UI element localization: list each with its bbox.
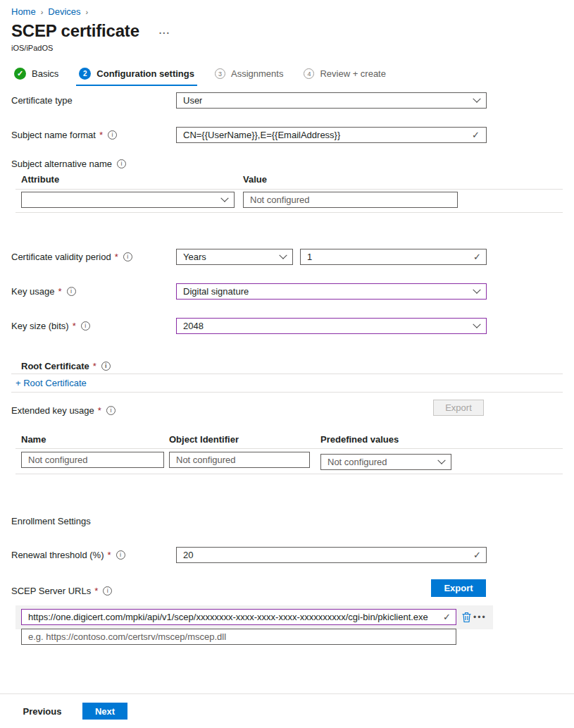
info-icon[interactable]: i <box>67 287 76 296</box>
required-asterisk: * <box>58 286 61 297</box>
scep-server-urls-label: SCEP Server URLs * i <box>11 586 112 596</box>
valid-check-icon: ✓ <box>443 612 451 622</box>
renewal-threshold-label: Renewal threshold (%) * i <box>11 550 125 560</box>
more-options-button[interactable]: ··· <box>159 27 170 38</box>
key-usage-label: Key usage * i <box>11 286 76 297</box>
platform-subtitle: iOS/iPadOS <box>11 44 53 52</box>
key-size-value: 2048 <box>183 321 204 331</box>
certificate-validity-period-label: Certificate validity period * i <box>11 252 132 262</box>
subject-name-format-value: CN={{UserName}},E={{EmailAddress}} <box>183 130 340 140</box>
certificate-type-dropdown[interactable]: User <box>176 92 487 109</box>
chevron-down-icon <box>220 194 228 202</box>
next-button[interactable]: Next <box>82 703 127 720</box>
key-size-label: Key size (bits) * i <box>11 321 90 331</box>
info-icon[interactable]: i <box>123 252 132 261</box>
subject-name-format-label: Subject name format * i <box>11 130 117 140</box>
tab-basics[interactable]: ✓ Basics <box>11 66 61 86</box>
certificate-type-label: Certificate type <box>11 95 73 106</box>
chevron-down-icon <box>473 94 480 102</box>
step-number-icon: 2 <box>79 68 91 80</box>
validity-unit-value: Years <box>183 252 206 262</box>
tab-basics-label: Basics <box>32 68 58 79</box>
section-divider <box>11 374 563 374</box>
scep-certificate-config-page: Home › Devices › SCEP certificate ··· iO… <box>0 0 574 728</box>
subject-alternative-name-label: Subject alternative name i <box>11 159 126 169</box>
required-asterisk: * <box>115 252 118 262</box>
tab-configuration-settings[interactable]: 2 Configuration settings <box>76 66 197 86</box>
table-divider <box>15 474 563 474</box>
breadcrumb-separator-icon: › <box>86 8 89 16</box>
key-size-dropdown[interactable]: 2048 <box>176 318 487 334</box>
required-asterisk: * <box>73 321 76 331</box>
info-icon[interactable]: i <box>117 159 126 168</box>
root-certificate-label: Root Certificate * i <box>21 361 111 371</box>
san-value-input[interactable] <box>243 192 458 208</box>
required-asterisk: * <box>98 405 101 416</box>
valid-check-icon: ✓ <box>473 252 481 262</box>
delete-url-icon[interactable] <box>462 612 471 625</box>
info-icon[interactable]: i <box>101 362 111 371</box>
subject-name-format-combobox[interactable]: CN={{UserName}},E={{EmailAddress}} ✓ <box>176 127 487 143</box>
tab-assignments-label: Assignments <box>231 68 283 79</box>
extended-key-usage-export-button: Export <box>433 400 484 416</box>
breadcrumb: Home › Devices › <box>11 6 88 17</box>
info-icon[interactable]: i <box>116 550 125 560</box>
eku-predefined-column-header: Predefined values <box>320 434 399 445</box>
scep-url-new-input[interactable] <box>21 629 456 645</box>
eku-predefined-value: Not configured <box>327 457 387 467</box>
step-complete-icon: ✓ <box>14 68 26 80</box>
breadcrumb-separator-icon: › <box>41 8 44 16</box>
certificate-type-value: User <box>183 95 202 106</box>
key-usage-value: Digital signature <box>183 286 249 297</box>
extended-key-usage-label: Extended key usage * i <box>11 405 116 416</box>
wizard-steps: ✓ Basics 2 Configuration settings 3 Assi… <box>11 66 389 86</box>
chevron-down-icon <box>279 251 287 259</box>
required-asterisk: * <box>93 361 96 371</box>
table-divider <box>15 448 563 449</box>
chevron-down-icon <box>473 320 480 328</box>
page-title: SCEP certificate <box>11 21 139 41</box>
eku-name-column-header: Name <box>21 434 46 445</box>
url-row-menu-icon[interactable]: ••• <box>473 612 487 622</box>
tab-assignments[interactable]: 3 Assignments <box>212 66 286 86</box>
step-number-icon: 3 <box>215 68 225 79</box>
info-icon[interactable]: i <box>81 321 90 331</box>
scep-urls-export-button[interactable]: Export <box>431 579 486 597</box>
renewal-threshold-input[interactable] <box>176 547 487 563</box>
validity-amount-input[interactable] <box>300 249 487 265</box>
tab-review-create-label: Review + create <box>320 68 386 79</box>
step-number-icon: 4 <box>304 68 314 79</box>
san-attribute-column-header: Attribute <box>21 174 59 185</box>
scep-url-row: ✓ ••• <box>15 605 493 629</box>
validity-unit-dropdown[interactable]: Years <box>176 249 293 265</box>
table-divider <box>15 212 563 213</box>
eku-oid-input[interactable] <box>169 452 310 468</box>
table-divider <box>15 189 563 190</box>
valid-check-icon: ✓ <box>473 550 481 560</box>
tab-review-create[interactable]: 4 Review + create <box>301 66 389 86</box>
footer-divider <box>0 693 574 694</box>
info-icon[interactable]: i <box>103 586 112 596</box>
required-asterisk: * <box>108 550 111 560</box>
chevron-down-icon <box>437 456 445 464</box>
previous-button[interactable]: Previous <box>11 703 73 720</box>
required-asterisk: * <box>99 130 103 140</box>
key-usage-dropdown[interactable]: Digital signature <box>176 283 487 300</box>
tab-configuration-settings-label: Configuration settings <box>96 68 194 79</box>
chevron-down-icon <box>473 285 480 293</box>
scep-url-input[interactable] <box>21 609 456 625</box>
add-root-certificate-link[interactable]: + Root Certificate <box>15 378 87 388</box>
info-icon[interactable]: i <box>108 130 117 140</box>
info-icon[interactable]: i <box>106 406 116 415</box>
breadcrumb-home-link[interactable]: Home <box>11 6 36 17</box>
enrollment-settings-heading: Enrollment Settings <box>11 516 91 526</box>
san-value-column-header: Value <box>243 174 267 185</box>
breadcrumb-devices-link[interactable]: Devices <box>48 6 80 17</box>
section-divider <box>11 392 563 393</box>
valid-check-icon: ✓ <box>472 130 480 140</box>
eku-name-input[interactable] <box>21 452 164 468</box>
eku-predefined-values-dropdown[interactable]: Not configured <box>320 454 451 470</box>
required-asterisk: * <box>94 586 98 596</box>
eku-oid-column-header: Object Identifier <box>169 434 239 445</box>
san-attribute-dropdown[interactable] <box>21 192 235 208</box>
